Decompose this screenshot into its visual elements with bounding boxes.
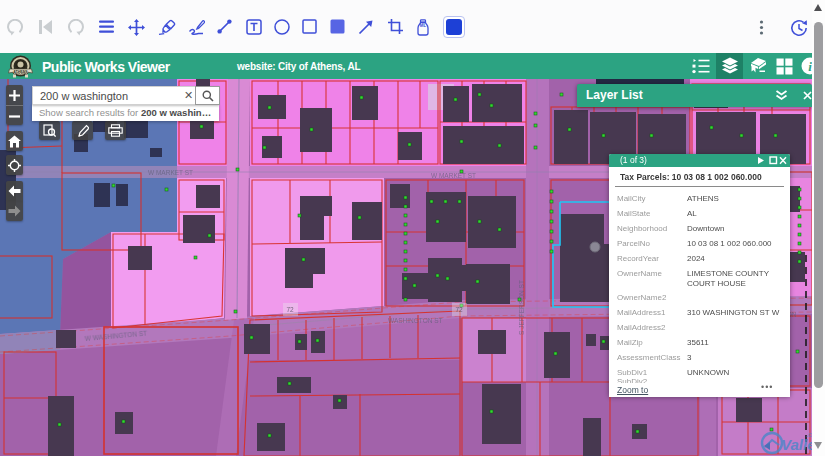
svg-text:W MARKET ST: W MARKET ST	[148, 169, 193, 176]
svg-text:S JEFFERSON ST: S JEFFERSON ST	[518, 280, 525, 335]
svg-text:ATHENS: ATHENS	[13, 70, 28, 74]
svg-text:72: 72	[455, 306, 463, 313]
svg-text:WASHINGTON ST: WASHINGTON ST	[388, 317, 443, 324]
svg-text:ML: ML	[420, 23, 427, 28]
svg-text:72: 72	[286, 306, 294, 313]
svg-text:W MARKET ST: W MARKET ST	[431, 172, 476, 179]
